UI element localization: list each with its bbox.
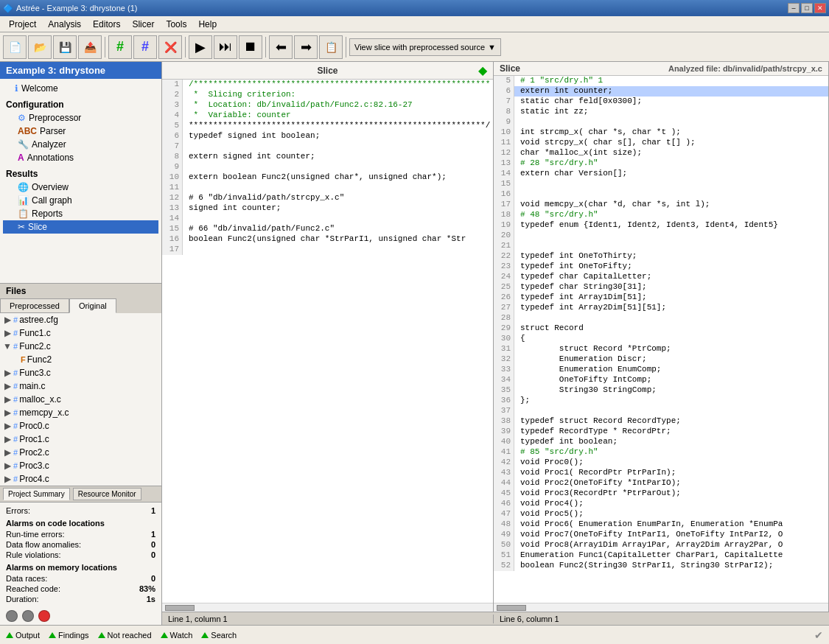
left-horizontal-scrollbar[interactable] [162, 603, 493, 612]
open-button[interactable]: 📂 [28, 35, 52, 59]
line-code: * Variable: counter [183, 111, 493, 121]
view-slice-label: View slice with preprocessed source [354, 43, 485, 52]
sidebar-item-reports[interactable]: 📋 Reports [3, 207, 158, 220]
line-number: 43 [494, 468, 514, 478]
right-code-content[interactable]: 5# 1 "src/dry.h" 16extern int counter;7s… [494, 76, 828, 603]
table-row: 15 [494, 179, 828, 189]
file-proc2-c[interactable]: ▶ # Proc2.c [0, 446, 161, 459]
remove-button[interactable]: ❌ [158, 35, 182, 59]
info-button[interactable]: 📋 [319, 35, 343, 59]
parser-icon: ABC [18, 126, 37, 136]
view-slice-dropdown[interactable]: View slice with preprocessed source ▼ [349, 38, 501, 56]
sidebar-item-callgraph[interactable]: 📊 Call graph [3, 194, 158, 207]
line-number: 6 [494, 86, 514, 97]
step-button[interactable]: ⏭ [214, 35, 237, 59]
file-malloc-c[interactable]: ▶ # malloc_x.c [0, 393, 161, 406]
maximize-button[interactable]: □ [801, 3, 813, 13]
line-code [183, 162, 493, 172]
findings-icon [49, 632, 56, 638]
hash-icon: # [13, 435, 18, 444]
file-func2-c[interactable]: ▼ # Func2.c [0, 340, 161, 353]
table-row: 41# 85 "src/dry.h" [494, 447, 828, 458]
watch-button[interactable]: Watch [161, 631, 193, 640]
line-number: 14 [162, 214, 183, 224]
line-code: void Proc2(OneToFifty *IntParIO); [514, 478, 828, 489]
line-number: 33 [494, 365, 514, 375]
right-horizontal-scrollbar[interactable] [494, 603, 828, 612]
file-proc3-c[interactable]: ▶ # Proc3.c [0, 459, 161, 472]
menu-editors[interactable]: Editors [87, 18, 126, 31]
stop-button[interactable]: ⏹ [239, 35, 262, 59]
file-proc1-c[interactable]: ▶ # Proc1.c [0, 433, 161, 446]
tab-preprocessed[interactable]: Preprocessed [0, 298, 69, 313]
line-number: 47 [494, 509, 514, 519]
sidebar-item-slice[interactable]: ✂ Slice [3, 220, 158, 234]
tab-project-summary[interactable]: Project Summary [3, 488, 70, 500]
line-code [514, 117, 828, 127]
callgraph-label: Call graph [32, 195, 72, 206]
save-button[interactable]: 💾 [53, 35, 77, 59]
hash-icon: # [13, 395, 18, 404]
line-number: 51 [494, 550, 514, 561]
menu-project[interactable]: Project [3, 18, 42, 31]
left-scroll-thumb[interactable] [165, 605, 195, 611]
sidebar-item-parser[interactable]: ABC Parser [3, 125, 158, 138]
file-main-c[interactable]: ▶ # main.c [0, 379, 161, 393]
left-code-panel: Slice ◆ 1/******************************… [162, 62, 494, 612]
sidebar-item-analyzer[interactable]: 🔧 Analyzer [3, 138, 158, 151]
back-button[interactable]: ⬅ [269, 35, 293, 59]
menu-tools[interactable]: Tools [160, 18, 192, 31]
sidebar-item-overview[interactable]: 🌐 Overview [3, 181, 158, 194]
menu-slicer[interactable]: Slicer [126, 18, 160, 31]
table-row: 39typedef RecordType * RecordPtr; [494, 427, 828, 437]
file-proc4-c[interactable]: ▶ # Proc4.c [0, 472, 161, 486]
line-number: 25 [494, 282, 514, 293]
right-scroll-thumb[interactable] [497, 605, 526, 611]
file-memcpy-c[interactable]: ▶ # memcpy_x.c [0, 406, 161, 419]
sidebar-item-annotations[interactable]: A Annotations [3, 151, 158, 164]
not-reached-button[interactable]: Not reached [98, 631, 152, 640]
runtime-errors-row: Run-time errors: 1 [6, 529, 155, 539]
line-code: }; [514, 396, 828, 406]
line-code [183, 183, 493, 193]
menu-help[interactable]: Help [192, 18, 223, 31]
dataflow-label: Data flow anomalies: [6, 540, 81, 549]
file-astree-cfg[interactable]: ▶ # astree.cfg [0, 313, 161, 326]
line-code: void Proc1( RecordPtr PtrParIn); [514, 468, 828, 478]
output-button[interactable]: Output [6, 631, 40, 640]
findings-button[interactable]: Findings [49, 631, 89, 640]
tab-original[interactable]: Original [69, 298, 116, 313]
file-proc0-c[interactable]: ▶ # Proc0.c [0, 419, 161, 433]
line-number: 30 [494, 334, 514, 344]
run-button[interactable]: ▶ [189, 35, 212, 59]
search-button[interactable]: Search [201, 631, 237, 640]
file-func3-c[interactable]: ▶ # Func3.c [0, 366, 161, 379]
export-button[interactable]: 📤 [78, 35, 102, 59]
line-number: 17 [162, 245, 183, 255]
file-func1-c[interactable]: ▶ # Func1.c [0, 326, 161, 340]
duration-value: 1s [147, 595, 155, 603]
minimize-button[interactable]: – [788, 3, 800, 13]
overview-icon: 🌐 [18, 182, 29, 192]
new-button[interactable]: 📄 [3, 35, 27, 59]
left-code-content[interactable]: 1/**************************************… [162, 80, 493, 603]
line-number: 1 [162, 80, 183, 90]
right-panel-subtitle: Analyzed file: db/invalid/path/strcpy_x.… [668, 64, 822, 73]
function-icon: F [21, 355, 26, 364]
file-name: Proc4.c [19, 474, 49, 484]
add-alarm-button[interactable]: # [108, 35, 132, 59]
line-code: void memcpy_x(char *d, char *s, int l); [514, 200, 828, 210]
sidebar-item-welcome[interactable]: ℹ Welcome [3, 82, 158, 95]
line-code: # 85 "src/dry.h" [514, 447, 828, 458]
sidebar-item-preprocessor[interactable]: ⚙ Preprocessor [3, 111, 158, 125]
table-row: 11 [162, 183, 493, 193]
menu-analysis[interactable]: Analysis [42, 18, 87, 31]
left-panel-title: Slice [317, 66, 337, 76]
tab-resource-monitor[interactable]: Resource Monitor [73, 488, 141, 500]
file-func2-fn[interactable]: F Func2 [0, 353, 161, 366]
alarm-button[interactable]: # [133, 35, 157, 59]
duration-row: Duration: 1s [6, 594, 155, 604]
line-number: 28 [494, 313, 514, 323]
close-button[interactable]: ✕ [814, 3, 826, 13]
forward-button[interactable]: ➡ [294, 35, 318, 59]
